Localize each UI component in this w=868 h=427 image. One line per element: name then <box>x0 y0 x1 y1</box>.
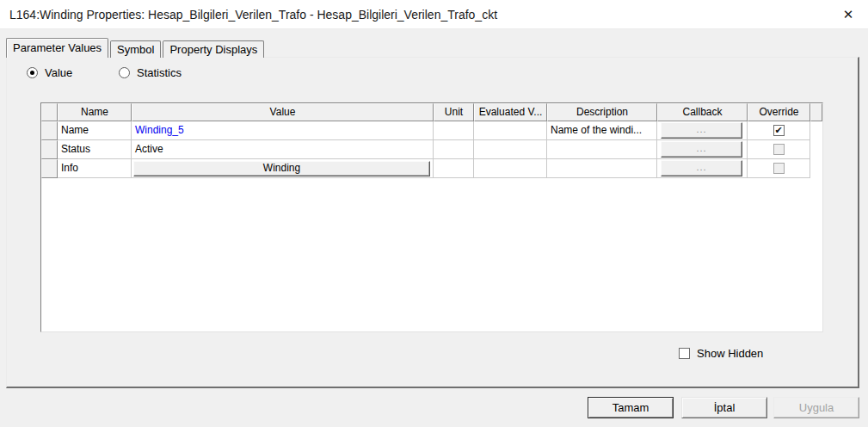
override-checkbox <box>773 163 785 174</box>
cell-override <box>748 159 810 178</box>
apply-button: Uygula <box>773 397 859 418</box>
callback-button[interactable]: ... <box>661 122 742 139</box>
cell-override: ✔ <box>748 121 810 140</box>
radio-statistics-icon[interactable] <box>119 67 130 78</box>
cell-unit[interactable] <box>434 140 474 159</box>
close-icon: ✕ <box>843 7 854 22</box>
column-header-selector[interactable] <box>41 103 58 121</box>
cell-value[interactable]: Active <box>132 140 434 159</box>
column-header-description[interactable]: Description <box>547 103 657 121</box>
titlebar: L164:Winding Properties: Hesap_Bilgileri… <box>0 0 868 29</box>
tab-strip: Parameter Values Symbol Property Display… <box>6 38 266 58</box>
radio-value-icon[interactable] <box>27 67 38 78</box>
table-row-name: Name Winding_5 Name of the windi... ... … <box>41 121 822 140</box>
column-header-name[interactable]: Name <box>58 103 132 121</box>
column-header-value[interactable]: Value <box>132 103 434 121</box>
cell-callback: ... <box>657 159 748 178</box>
grid-header-row: Name Value Unit Evaluated V... Descripti… <box>41 103 822 121</box>
parameter-values-page: Value Statistics Name Value Unit Evaluat… <box>6 57 859 388</box>
tab-property-displays[interactable]: Property Displays <box>163 40 264 58</box>
column-header-unit[interactable]: Unit <box>434 103 474 121</box>
row-selector[interactable] <box>41 159 58 178</box>
cell-evaluated[interactable] <box>474 140 547 159</box>
table-row-status: Status Active ... <box>41 140 822 159</box>
winding-properties-dialog: L164:Winding Properties: Hesap_Bilgileri… <box>0 0 868 427</box>
radio-statistics[interactable]: Statistics <box>119 66 182 79</box>
show-hidden-control: Show Hidden <box>679 347 763 360</box>
radio-statistics-label[interactable]: Statistics <box>137 66 182 79</box>
tab-label: Property Displays <box>169 43 257 56</box>
cancel-button[interactable]: İptal <box>681 397 767 418</box>
cell-callback: ... <box>657 140 748 159</box>
cell-value[interactable]: Winding_5 <box>132 121 434 140</box>
radio-value[interactable]: Value <box>27 66 72 79</box>
column-header-override[interactable]: Override <box>748 103 810 121</box>
callback-button[interactable]: ... <box>661 141 742 158</box>
cell-evaluated[interactable] <box>474 121 547 140</box>
column-header-evaluated[interactable]: Evaluated V... <box>474 103 547 121</box>
tab-symbol[interactable]: Symbol <box>110 40 161 58</box>
tab-label: Parameter Values <box>13 41 102 54</box>
cell-description[interactable]: Name of the windi... <box>547 121 657 140</box>
cell-unit[interactable] <box>434 121 474 140</box>
table-row-info: Info Winding ... <box>41 159 822 178</box>
column-header-spacer <box>810 103 822 121</box>
override-checkbox <box>773 144 785 155</box>
cell-value: Winding <box>132 159 434 178</box>
override-checkbox[interactable]: ✔ <box>773 125 785 136</box>
row-selector[interactable] <box>41 140 58 159</box>
parameter-grid: Name Value Unit Evaluated V... Descripti… <box>40 102 823 332</box>
cell-name[interactable]: Info <box>58 159 132 178</box>
cell-unit[interactable] <box>434 159 474 178</box>
close-button[interactable]: ✕ <box>828 0 868 28</box>
tab-parameter-values[interactable]: Parameter Values <box>6 38 108 58</box>
cell-name[interactable]: Status <box>58 140 132 159</box>
column-header-callback[interactable]: Callback <box>657 103 748 121</box>
ok-button[interactable]: Tamam <box>588 397 674 418</box>
tab-label: Symbol <box>117 43 154 56</box>
callback-button[interactable]: ... <box>661 160 742 176</box>
cell-evaluated[interactable] <box>474 159 547 178</box>
winding-info-button[interactable]: Winding <box>133 161 430 176</box>
cell-description[interactable] <box>547 140 657 159</box>
row-selector[interactable] <box>41 121 58 140</box>
cell-name[interactable]: Name <box>58 121 132 140</box>
cell-override <box>748 140 810 159</box>
radio-value-label[interactable]: Value <box>45 66 72 79</box>
cell-callback: ... <box>657 121 748 140</box>
dialog-title: L164:Winding Properties: Hesap_Bilgileri… <box>9 8 497 22</box>
cell-description[interactable] <box>547 159 657 178</box>
show-hidden-checkbox[interactable] <box>679 348 690 359</box>
show-hidden-label[interactable]: Show Hidden <box>697 347 763 360</box>
